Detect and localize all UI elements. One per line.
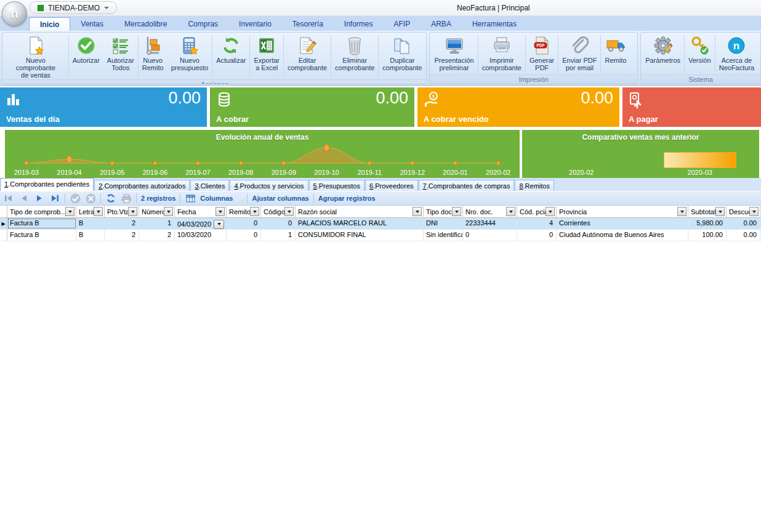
accept-record-button[interactable] [70,193,81,204]
eliminar-comprobante-button[interactable]: Eliminar comprobante [331,33,378,79]
column-header-fecha[interactable]: Fecha [175,206,227,217]
column-header-codigo[interactable]: Código [261,206,296,217]
duplicar-comprobante-button[interactable]: Duplicar comprobante [379,33,425,79]
card-ventas-del-dia[interactable]: 0.00 Ventas del día [0,87,207,127]
column-header-remito[interactable]: Remito [227,206,261,217]
neofactura-logo-icon: n [727,34,746,57]
card-label: Ventas del día [6,115,60,124]
tab-informes[interactable]: Informes [334,17,384,31]
imprimir-comprobante-button[interactable]: Imprimir comprobante [478,33,525,75]
acerca-neofactura-button[interactable]: n Acerca de NeoFactura [715,33,758,75]
tab-clientes[interactable]: 3.Clientes [190,180,229,191]
filter-icon[interactable] [250,207,259,216]
nuevo-presupuesto-button[interactable]: Nuevo presupuesto [167,33,212,79]
card-a-pagar[interactable]: A pagar [622,87,761,127]
actualizar-button[interactable]: Actualizar [212,33,249,79]
filter-icon[interactable] [452,207,461,216]
column-header-tipo-doc[interactable]: Tipo doc. [424,206,463,217]
tab-herramientas[interactable]: Herramientas [462,17,527,31]
refresh-grid-button[interactable] [105,193,116,204]
enviar-pdf-email-button[interactable]: Enviar PDF por email [558,33,600,75]
column-header-subtotal[interactable]: Subtotal [688,206,727,217]
workspace-empty-area [0,241,761,531]
filter-icon[interactable] [546,207,555,216]
last-record-button[interactable] [49,193,60,204]
card-a-cobrar[interactable]: 0.00 A cobrar [210,87,414,127]
date-dropdown-icon[interactable] [214,220,224,229]
tab-comprobantes-pendientes[interactable]: 1.Comprobantes pendientes [0,178,94,191]
tab-productos-servicios[interactable]: 4.Productos y servicios [230,180,308,191]
autorizar-button[interactable]: Autorizar [69,33,103,79]
tab-comprobantes-autorizados[interactable]: 2.Comprobantes autorizados [94,180,190,191]
generar-pdf-button[interactable]: PDF Generar PDF [526,33,558,75]
cancel-record-button[interactable] [85,193,96,204]
filter-icon[interactable] [715,207,725,216]
tab-mercadolibre[interactable]: Mercadolibre [114,17,177,31]
group-records-button[interactable]: Agrupar registros [318,195,376,202]
previous-record-button[interactable] [18,193,30,204]
filter-icon[interactable] [128,207,137,216]
card-a-cobrar-vencido[interactable]: $ 0.00 A cobrar vencido [417,87,619,127]
column-header-provincia[interactable]: Provincia [557,206,688,217]
tab-remitos[interactable]: 8.Remitos [515,180,554,191]
ribbon-group-label: Sistema [641,75,760,84]
autorizar-todos-button[interactable]: Autorizar Todos [103,33,138,79]
filter-icon[interactable] [164,207,173,216]
column-header-letra[interactable]: Letra [76,206,105,217]
column-header-cod-pcia[interactable]: Cód. pcia [517,206,557,217]
column-header-numero[interactable]: Número [139,206,175,217]
columns-button[interactable]: Columnas [200,195,233,202]
nuevo-remito-button[interactable]: Nuevo Remito [139,33,167,79]
column-header-ptovta[interactable]: Pto.Vta. [105,206,139,217]
button-label: Eliminar comprobante [335,57,374,71]
company-selector[interactable]: TIENDA-DEMO [30,1,117,14]
tab-tesoreria[interactable]: Tesorería [282,17,334,31]
remito-button[interactable]: Remito [601,33,630,75]
table-row[interactable]: ▶ Factura B B 2 1 04/03/2020 0 0 PALACIO… [0,218,761,230]
nuevo-comprobante-ventas-button[interactable]: Nuevo comprobante de ventas [3,33,68,79]
app-logo-icon[interactable]: n [2,1,27,26]
pdf-icon: PDF [532,34,552,57]
button-label: Enviar PDF por email [562,57,597,71]
first-record-button[interactable] [3,193,14,204]
tab-inventario[interactable]: Inventario [228,17,282,31]
tab-compras[interactable]: Compras [177,17,228,31]
coins-icon [216,92,232,109]
filter-icon[interactable] [94,207,103,216]
exportar-excel-button[interactable]: Exportar a Excel [250,33,283,79]
hand-pay-icon [629,92,643,110]
filter-icon[interactable] [506,207,515,216]
tab-afip[interactable]: AFIP [384,17,421,31]
version-button[interactable]: Versión [685,33,715,75]
x-axis-label: 2019-04 [48,169,91,176]
table-row[interactable]: Factura B B 2 2 10/03/2020 0 1 CONSUMIDO… [0,230,761,241]
editar-comprobante-button[interactable]: Editar comprobante [284,33,331,79]
column-header-tipo[interactable]: Tipo de comprob... [7,206,76,217]
filter-icon[interactable] [65,207,74,216]
fecha-cell-editor[interactable]: 04/03/2020 [175,218,227,229]
filter-icon[interactable] [413,207,422,216]
tab-proveedores[interactable]: 6.Proveedores [365,180,418,191]
button-label: Autorizar Todos [107,57,134,71]
printer-icon [492,34,512,57]
tab-presupuestos[interactable]: 5.Presupuestos [309,180,364,191]
column-header-descuento[interactable]: Descuento [727,206,760,217]
tab-ventas[interactable]: Ventas [70,17,114,31]
tab-arba[interactable]: ARBA [421,17,462,31]
next-record-button[interactable] [34,193,45,204]
presentacion-preliminar-button[interactable]: Presentación preliminar [430,33,477,75]
tab-comprobantes-compras[interactable]: 7.Comprobantes de compras [419,180,515,191]
excel-icon [257,34,276,57]
tab-inicio[interactable]: Inicio [29,17,70,31]
filter-icon[interactable] [284,207,294,216]
filter-icon[interactable] [749,207,759,216]
button-label: Editar comprobante [288,57,327,71]
column-header-nro-doc[interactable]: Nro. doc. [463,206,517,217]
button-label: Generar PDF [529,57,554,71]
parametros-button[interactable]: Parámetros [642,33,684,75]
column-header-razon-social[interactable]: Razón social [296,206,424,217]
fit-columns-button[interactable]: Ajustar columnas [252,195,308,202]
filter-icon[interactable] [215,207,225,216]
filter-icon[interactable] [677,207,687,216]
print-grid-button[interactable] [121,193,132,204]
